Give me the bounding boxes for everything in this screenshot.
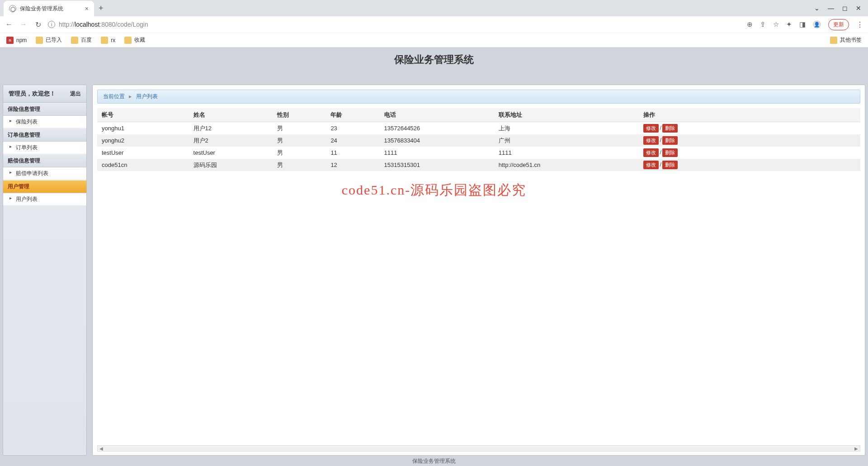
url-scheme: http:// — [59, 21, 75, 28]
url-text: http://localhost:8080/code/Login — [59, 21, 148, 28]
bookmark-favorites[interactable]: 收藏 — [124, 36, 145, 44]
footer: 保险业务管理系统 — [0, 456, 868, 466]
table-cell: 源码乐园 — [189, 159, 273, 171]
close-tab-icon[interactable]: × — [85, 5, 89, 12]
table-cell: 23 — [326, 122, 379, 135]
bookmark-rx[interactable]: rx — [101, 37, 115, 44]
other-bookmarks[interactable]: 其他书签 — [830, 36, 862, 44]
table-header: 电话 — [380, 108, 494, 122]
info-icon[interactable]: i — [48, 21, 55, 28]
separator: / — [660, 137, 661, 143]
table-header: 性别 — [273, 108, 326, 122]
tab-title: 保险业务管理系统 — [20, 5, 81, 13]
extension-icon[interactable]: ✦ — [786, 20, 792, 29]
nav-item[interactable]: 赔偿申请列表 — [3, 167, 86, 180]
url-path: /code/Login — [115, 21, 148, 28]
table-row: testUsertestUser男1111111111修改/删除 — [97, 147, 860, 159]
nav-group[interactable]: 保险信息管理 — [3, 103, 86, 116]
table-cell: testUser — [189, 147, 273, 159]
table-cell: 11 — [326, 147, 379, 159]
table-row: yonghu1用户12男2313572644526上海修改/删除 — [97, 122, 860, 135]
table-cell: 男 — [273, 147, 326, 159]
address-bar: ← → ↻ i http://localhost:8080/code/Login… — [0, 16, 868, 33]
maximize-icon[interactable]: ◻ — [842, 5, 848, 12]
chevron-right-icon: ▸ — [129, 93, 132, 100]
bookmark-label: npm — [16, 37, 27, 43]
bookmark-npm[interactable]: n npm — [6, 37, 27, 44]
nav-group[interactable]: 赔偿信息管理 — [3, 154, 86, 167]
edit-button[interactable]: 修改 — [643, 124, 659, 133]
delete-button[interactable]: 删除 — [662, 161, 678, 169]
sidebar-header: 管理员，欢迎您！ 退出 — [3, 85, 86, 103]
app-header: 保险业务管理系统 — [0, 48, 868, 85]
profile-avatar-icon[interactable]: 👤 — [813, 20, 821, 29]
close-window-icon[interactable]: ✕ — [856, 5, 861, 12]
table-cell: 1111 — [494, 147, 639, 159]
horizontal-scrollbar[interactable]: ◀ ▶ — [97, 445, 860, 452]
dropdown-icon[interactable]: ⌄ — [814, 5, 820, 12]
table-cell: 男 — [273, 159, 326, 171]
actions-cell: 修改/删除 — [639, 134, 860, 147]
table-cell: 24 — [326, 134, 379, 147]
table-cell: testUser — [97, 147, 189, 159]
folder-icon — [71, 37, 78, 44]
toolbar-icons: ⊕ ⇪ ☆ ✦ ◨ 👤 更新 ⋮ — [747, 19, 863, 30]
scroll-right-icon[interactable]: ▶ — [853, 446, 860, 451]
star-icon[interactable]: ☆ — [773, 20, 779, 29]
table-cell: 12 — [326, 159, 379, 171]
breadcrumb-current[interactable]: 用户列表 — [136, 93, 158, 100]
table-row: code51cn源码乐园男1215315315301http://code51.… — [97, 159, 860, 171]
bookmark-imported[interactable]: 已导入 — [36, 36, 62, 44]
table-row: yonghu2用户2男2413576833404广州修改/删除 — [97, 134, 860, 147]
table-cell: 15315315301 — [380, 159, 494, 171]
nav-group[interactable]: 订单信息管理 — [3, 128, 86, 142]
edit-button[interactable]: 修改 — [643, 161, 659, 169]
url-input[interactable]: i http://localhost:8080/code/Login — [48, 21, 741, 28]
logout-button[interactable]: 退出 — [70, 90, 81, 98]
zoom-icon[interactable]: ⊕ — [747, 20, 753, 29]
reload-button[interactable]: ↻ — [33, 20, 42, 29]
browser-tab[interactable]: ◯ 保险业务管理系统 × — [4, 1, 94, 16]
sidebar: 管理员，欢迎您！ 退出 保险信息管理保险列表订单信息管理订单列表赔偿信息管理赔偿… — [3, 85, 87, 456]
delete-button[interactable]: 删除 — [662, 124, 678, 133]
table-cell: 用户12 — [189, 122, 273, 135]
forward-button[interactable]: → — [19, 20, 28, 29]
update-label: 更新 — [833, 21, 844, 29]
back-button[interactable]: ← — [5, 20, 14, 29]
table-cell: 用户2 — [189, 134, 273, 147]
bookmark-baidu[interactable]: 百度 — [71, 36, 92, 44]
nav-item[interactable]: 订单列表 — [3, 142, 86, 154]
share-icon[interactable]: ⇪ — [760, 20, 766, 29]
browser-chrome: ◯ 保险业务管理系统 × + ⌄ — ◻ ✕ ← → ↻ i http://lo… — [0, 0, 868, 48]
menu-icon[interactable]: ⋮ — [856, 20, 863, 29]
table-cell: yonghu2 — [97, 134, 189, 147]
folder-icon — [36, 37, 43, 44]
delete-button[interactable]: 删除 — [662, 148, 678, 157]
minimize-icon[interactable]: — — [828, 5, 834, 12]
folder-icon — [124, 37, 132, 44]
scroll-left-icon[interactable]: ◀ — [98, 446, 105, 451]
tab-bar: ◯ 保险业务管理系统 × + ⌄ — ◻ ✕ — [0, 0, 868, 16]
edit-button[interactable]: 修改 — [643, 148, 659, 157]
nav-item[interactable]: 保险列表 — [3, 116, 86, 128]
nav-item[interactable]: 用户列表 — [3, 193, 86, 206]
welcome-text: 管理员，欢迎您！ — [9, 90, 70, 98]
sidepanel-icon[interactable]: ◨ — [799, 20, 806, 29]
edit-button[interactable]: 修改 — [643, 136, 659, 145]
update-button[interactable]: 更新 — [828, 19, 849, 30]
nav-group[interactable]: 用户管理 — [3, 180, 86, 193]
main-panel: 当前位置 ▸ 用户列表 帐号姓名性别年龄电话联系地址操作 yonghu1用户12… — [92, 85, 865, 456]
new-tab-button[interactable]: + — [99, 4, 104, 13]
breadcrumb: 当前位置 ▸ 用户列表 — [97, 90, 860, 104]
bookmark-label: rx — [111, 37, 115, 43]
url-port: :8080 — [99, 21, 115, 28]
globe-icon: ◯ — [9, 5, 16, 12]
table-cell: yonghu1 — [97, 122, 189, 135]
table-cell: 上海 — [494, 122, 639, 135]
url-host: localhost — [75, 21, 99, 28]
table-cell: 1111 — [380, 147, 494, 159]
separator: / — [660, 124, 661, 131]
separator: / — [660, 149, 661, 156]
table-cell: 13576833404 — [380, 134, 494, 147]
delete-button[interactable]: 删除 — [662, 136, 678, 145]
